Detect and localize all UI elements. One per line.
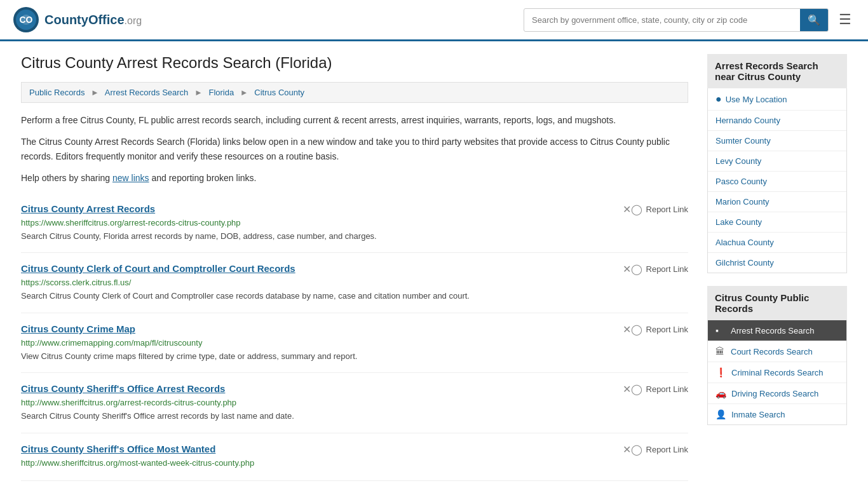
- description-para3: Help others by sharing new links and rep…: [21, 171, 688, 185]
- nearby-pasco[interactable]: Pasco County: [708, 172, 846, 192]
- report-label-4: Report Link: [646, 445, 688, 454]
- logo-icon: CO: [13, 6, 39, 33]
- record-item: Citrus County Clerk of Court and Comptro…: [21, 253, 688, 313]
- report-icon-2: ✕◯: [623, 323, 642, 336]
- levy-link[interactable]: Levy County: [715, 156, 761, 166]
- record-title-1[interactable]: Citrus County Clerk of Court and Comptro…: [21, 263, 295, 274]
- gilchrist-link[interactable]: Gilchrist County: [715, 258, 774, 268]
- record-desc-3: Search Citrus County Sheriff's Office ar…: [21, 410, 688, 423]
- record-item: Citrus County Crime Map ✕◯ Report Link h…: [21, 313, 688, 374]
- new-links-link[interactable]: new links: [112, 173, 149, 183]
- record-title-0[interactable]: Citrus County Arrest Records: [21, 203, 155, 214]
- record-title-4[interactable]: Citrus County Sheriff's Office Most Want…: [21, 444, 215, 454]
- record-desc-1: Search Citrus County Clerk of Court and …: [21, 290, 688, 302]
- pasco-link[interactable]: Pasco County: [715, 177, 767, 186]
- site-header: CO CountyOffice.org 🔍 ☰: [0, 0, 868, 41]
- header-right: 🔍 ☰: [524, 8, 855, 32]
- record-item: Citrus County Arrest Records ✕◯ Report L…: [21, 193, 688, 254]
- pub-record-item-3[interactable]: 🚗 Driving Records Search: [708, 383, 846, 404]
- pr-icon-1: 🏛: [715, 346, 726, 356]
- sidebar: Arrest Records Search near Citrus County…: [707, 54, 847, 481]
- pr-link-4[interactable]: Inmate Search: [731, 410, 785, 419]
- alachua-link[interactable]: Alachua County: [715, 238, 774, 247]
- record-url-1: https://scorss.clerk.citrus.fl.us/: [21, 278, 688, 287]
- pub-record-item-2[interactable]: ❗ Criminal Records Search: [708, 362, 846, 383]
- pr-link-1[interactable]: Court Records Search: [731, 347, 813, 356]
- record-item: Citrus County Sheriff's Office Most Want…: [21, 433, 688, 481]
- nearby-alachua[interactable]: Alachua County: [708, 233, 846, 253]
- location-icon: ●: [715, 93, 722, 105]
- nearby-marion[interactable]: Marion County: [708, 192, 846, 212]
- nearby-sumter[interactable]: Sumter County: [708, 131, 846, 151]
- breadcrumb-sep-3: ►: [240, 88, 248, 97]
- nearby-header: Arrest Records Search near Citrus County: [707, 54, 847, 88]
- record-item: Citrus County Sheriff's Office Arrest Re…: [21, 373, 688, 433]
- breadcrumb-sep-1: ►: [91, 88, 99, 97]
- use-location-link[interactable]: Use My Location: [726, 95, 787, 104]
- breadcrumb: Public Records ► Arrest Records Search ►…: [21, 82, 688, 103]
- use-location-item[interactable]: ● Use My Location: [708, 88, 846, 111]
- public-records-list: ▪ Arrest Records Search 🏛 Court Records …: [707, 320, 847, 425]
- breadcrumb-florida[interactable]: Florida: [208, 88, 234, 97]
- report-icon-1: ✕◯: [623, 263, 642, 275]
- logo-text: CountyOffice.org: [44, 13, 142, 27]
- svg-text:CO: CO: [20, 15, 33, 25]
- nearby-lake[interactable]: Lake County: [708, 212, 846, 233]
- report-link-1[interactable]: ✕◯ Report Link: [623, 263, 688, 275]
- nearby-gilchrist[interactable]: Gilchrist County: [708, 253, 846, 273]
- menu-icon[interactable]: ☰: [835, 8, 855, 32]
- content-area: Citrus County Arrest Records Search (Flo…: [21, 54, 688, 481]
- pr-icon-4: 👤: [715, 409, 726, 419]
- breadcrumb-citrus-county[interactable]: Citrus County: [254, 88, 304, 97]
- record-url-0: https://www.sheriffcitrus.org/arrest-rec…: [21, 218, 688, 227]
- search-button[interactable]: 🔍: [800, 9, 828, 31]
- report-link-3[interactable]: ✕◯ Report Link: [623, 383, 688, 395]
- report-icon-0: ✕◯: [623, 203, 642, 215]
- pr-icon-2: ❗: [715, 367, 726, 377]
- breadcrumb-public-records[interactable]: Public Records: [29, 88, 85, 97]
- report-link-4[interactable]: ✕◯ Report Link: [623, 444, 688, 456]
- logo-area: CO CountyOffice.org: [13, 6, 142, 33]
- breadcrumb-arrest-records[interactable]: Arrest Records Search: [105, 88, 189, 97]
- pr-icon-0: ▪: [715, 325, 726, 336]
- nearby-hernando[interactable]: Hernando County: [708, 111, 846, 131]
- record-url-4: http://www.sheriffcitrus.org/most-wanted…: [21, 458, 688, 468]
- pub-record-item-0[interactable]: ▪ Arrest Records Search: [708, 320, 846, 341]
- record-desc-2: View Citrus County crime maps filtered b…: [21, 350, 688, 363]
- description-para1: Perform a free Citrus County, FL public …: [21, 113, 688, 127]
- hernando-link[interactable]: Hernando County: [715, 116, 780, 125]
- sumter-link[interactable]: Sumter County: [715, 136, 771, 146]
- public-records-header: Citrus County Public Records: [707, 286, 847, 320]
- pr-icon-3: 🚗: [715, 388, 726, 398]
- report-icon-4: ✕◯: [623, 444, 642, 456]
- breadcrumb-sep-2: ►: [194, 88, 203, 97]
- main-container: Citrus County Arrest Records Search (Flo…: [8, 41, 860, 488]
- report-icon-3: ✕◯: [623, 383, 642, 395]
- description-para2: The Citrus County Arrest Records Search …: [21, 135, 688, 163]
- nearby-list: ● Use My Location Hernando County Sumter…: [707, 88, 847, 273]
- report-label-3: Report Link: [646, 384, 688, 394]
- page-title: Citrus County Arrest Records Search (Flo…: [21, 54, 688, 72]
- record-desc-0: Search Citrus County, Florida arrest rec…: [21, 230, 688, 243]
- record-title-3[interactable]: Citrus County Sheriff's Office Arrest Re…: [21, 383, 225, 394]
- record-url-2: http://www.crimemapping.com/map/fl/citru…: [21, 338, 688, 348]
- pub-record-item-4[interactable]: 👤 Inmate Search: [708, 404, 846, 424]
- marion-link[interactable]: Marion County: [715, 197, 770, 207]
- search-input[interactable]: [524, 10, 800, 30]
- record-url-3: http://www.sheriffcitrus.org/arrest-reco…: [21, 398, 688, 407]
- nearby-levy[interactable]: Levy County: [708, 151, 846, 172]
- records-container: Citrus County Arrest Records ✕◯ Report L…: [21, 193, 688, 481]
- pr-link-0[interactable]: Arrest Records Search: [731, 326, 815, 336]
- public-records-section: Citrus County Public Records ▪ Arrest Re…: [707, 286, 847, 425]
- report-label-1: Report Link: [646, 264, 688, 274]
- report-label-2: Report Link: [646, 325, 688, 334]
- report-label-0: Report Link: [646, 205, 688, 214]
- record-title-2[interactable]: Citrus County Crime Map: [21, 323, 135, 334]
- report-link-2[interactable]: ✕◯ Report Link: [623, 323, 688, 336]
- pr-link-3[interactable]: Driving Records Search: [731, 389, 818, 398]
- pub-record-item-1[interactable]: 🏛 Court Records Search: [708, 341, 846, 362]
- pr-link-2[interactable]: Criminal Records Search: [731, 368, 824, 377]
- search-bar: 🔍: [524, 8, 829, 32]
- report-link-0[interactable]: ✕◯ Report Link: [623, 203, 688, 215]
- lake-link[interactable]: Lake County: [715, 217, 762, 227]
